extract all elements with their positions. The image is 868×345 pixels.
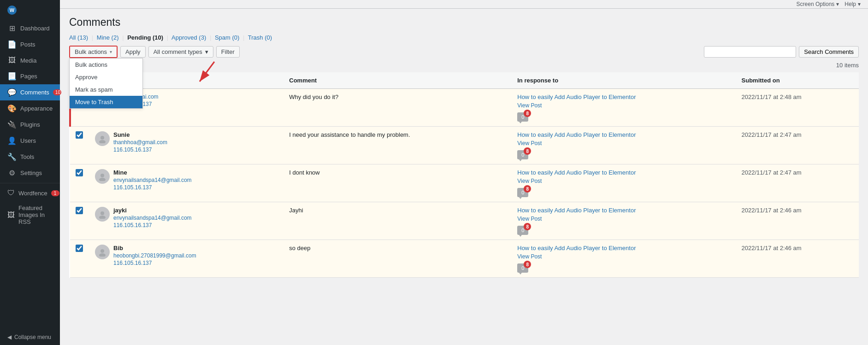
comments-table: Author Comment In response to Submitted …	[69, 72, 859, 278]
author-email[interactable]: thanhhoa@gmail.com	[113, 139, 167, 146]
sidebar-item-posts[interactable]: 📄 Posts	[0, 36, 60, 53]
view-post-link[interactable]: View Post	[517, 178, 730, 184]
bulk-actions-button[interactable]: Bulk actions ▾	[70, 47, 117, 57]
view-post-link[interactable]: View Post	[517, 140, 730, 146]
filter-mine[interactable]: Mine (2)	[97, 34, 119, 41]
bulk-option-move-to-trash[interactable]: Move to Trash	[70, 96, 142, 108]
comment-cell: so deep	[283, 240, 512, 278]
site-logo[interactable]: W	[0, 0, 60, 20]
response-cell: How to easily Add Audio Player to Elemen…	[512, 127, 736, 164]
author-email[interactable]: heobongbi.27081999@gmail.com	[113, 252, 196, 259]
author-ip[interactable]: 116.105.16.137	[113, 222, 192, 228]
filter-button[interactable]: Filter	[216, 46, 240, 58]
response-link[interactable]: How to easily Add Audio Player to Elemen…	[517, 94, 730, 100]
view-post-link[interactable]: View Post	[517, 253, 730, 260]
comment-text: I need your assistance to handle my prob…	[289, 131, 410, 138]
comment-bubble-icon: 0 8	[517, 150, 528, 159]
comments-icon: 💬	[7, 88, 17, 97]
row-checkbox[interactable]	[76, 245, 83, 252]
filter-all[interactable]: All (13)	[69, 34, 88, 41]
filter-approved[interactable]: Approved (3)	[171, 34, 206, 41]
bulk-option-approve[interactable]: Approve	[70, 71, 142, 83]
sidebar-item-media[interactable]: 🖼 Media	[0, 53, 60, 68]
main-content: Screen Options ▾ Help ▾ Comments All (13…	[60, 0, 868, 345]
author-ip[interactable]: 116.105.16.137	[113, 184, 192, 191]
wordfence-icon: 🛡	[7, 189, 15, 197]
response-link[interactable]: How to easily Add Audio Player to Elemen…	[517, 245, 730, 251]
sidebar-item-pages[interactable]: 📃 Pages	[0, 68, 60, 84]
help-button[interactable]: Help ▾	[844, 1, 861, 7]
filter-links: All (13) | Mine (2) | Pending (10) | App…	[69, 34, 859, 41]
sidebar-item-tools[interactable]: 🔧 Tools	[0, 149, 60, 165]
author-cell: Mine envynailsandspa14@gmail.com 116.105…	[89, 164, 283, 202]
bubble-badge: 8	[524, 110, 531, 117]
sidebar-item-settings[interactable]: ⚙ Settings	[0, 165, 60, 181]
response-cell: How to easily Add Audio Player to Elemen…	[512, 202, 736, 240]
sidebar-item-users[interactable]: 👤 Users	[0, 133, 60, 149]
screen-options-label: Screen Options	[797, 1, 835, 7]
bulk-option-bulk-actions[interactable]: Bulk actions	[70, 58, 142, 71]
row-checkbox-cell	[70, 202, 89, 240]
response-cell: How to easily Add Audio Player to Elemen…	[512, 89, 736, 127]
author-ip[interactable]: 116.105.16.137	[113, 260, 196, 266]
collapse-menu-button[interactable]: ◀ Collapse menu	[0, 329, 60, 345]
table-row: Bib heobongbi.27081999@gmail.com 116.105…	[70, 240, 859, 278]
row-checkbox[interactable]	[76, 131, 83, 139]
comment-text: I dont know	[289, 169, 320, 176]
sidebar-item-label: Wordfence	[18, 190, 47, 197]
avatar	[95, 207, 110, 222]
settings-icon: ⚙	[7, 169, 17, 177]
svg-point-11	[99, 253, 106, 257]
sidebar-item-label: Pages	[20, 73, 37, 80]
search-button[interactable]: Search Comments	[799, 46, 859, 58]
sidebar-item-label: Appearance	[20, 105, 53, 112]
bulk-actions-wrapper: Bulk actions ▾ Bulk actions Approve Mark…	[69, 46, 118, 58]
table-row: Sunie thanhhoa@gmail.com 116.105.16.137 …	[70, 127, 859, 164]
sidebar-item-plugins[interactable]: 🔌 Plugins	[0, 117, 60, 133]
comment-cell: I need your assistance to handle my prob…	[283, 127, 512, 164]
svg-point-8	[100, 211, 104, 215]
sidebar-item-comments[interactable]: 💬 Comments 10	[0, 84, 60, 100]
author-email[interactable]: envynailsandspa14@gmail.com	[113, 215, 192, 221]
comment-text: Why did you do it?	[289, 94, 338, 100]
search-input[interactable]	[704, 46, 796, 58]
svg-point-10	[100, 249, 104, 253]
items-count: 10 items	[69, 62, 859, 69]
bulk-actions-arrow-icon: ▾	[110, 49, 112, 54]
screen-options-arrow-icon: ▾	[836, 1, 839, 7]
comment-types-label: All comment types	[154, 48, 202, 55]
view-post-link[interactable]: View Post	[517, 102, 730, 109]
comment-bubble-icon: 0 8	[517, 263, 528, 273]
svg-point-5	[99, 140, 106, 143]
bulk-option-mark-as-spam[interactable]: Mark as spam	[70, 83, 142, 96]
sidebar-item-appearance[interactable]: 🎨 Appearance	[0, 100, 60, 117]
table-row: jayki envynailsandspa14@gmail.com 116.10…	[70, 202, 859, 240]
sidebar-divider	[0, 183, 60, 183]
sidebar-item-dashboard[interactable]: ⊞ Dashboard	[0, 20, 60, 36]
row-checkbox-cell	[70, 164, 89, 202]
author-email[interactable]: envynailsandspa14@gmail.com	[113, 177, 192, 183]
filter-pending[interactable]: Pending (10)	[127, 34, 163, 41]
filter-spam[interactable]: Spam (0)	[215, 34, 239, 41]
view-post-link[interactable]: View Post	[517, 216, 730, 222]
row-checkbox[interactable]	[76, 169, 83, 176]
author-cell: jayki envynailsandspa14@gmail.com 116.10…	[89, 202, 283, 240]
response-link[interactable]: How to easily Add Audio Player to Elemen…	[517, 169, 730, 176]
response-link[interactable]: How to easily Add Audio Player to Elemen…	[517, 131, 730, 138]
comment-cell: I dont know	[283, 164, 512, 202]
sidebar-item-label: Tools	[20, 153, 34, 160]
filter-trash[interactable]: Trash (0)	[248, 34, 272, 41]
sidebar-item-label: Users	[20, 137, 36, 144]
response-link[interactable]: How to easily Add Audio Player to Elemen…	[517, 207, 730, 214]
apply-button[interactable]: Apply	[120, 46, 146, 58]
bubble-badge: 8	[524, 261, 531, 268]
author-ip[interactable]: 116.105.16.137	[113, 146, 167, 153]
row-checkbox[interactable]	[76, 207, 83, 214]
comment-types-select[interactable]: All comment types ▾	[148, 46, 213, 58]
sidebar-item-wordfence[interactable]: 🛡 Wordfence 1	[0, 185, 60, 201]
sidebar-item-featured-images[interactable]: 🖼 Featured Images In RSS	[0, 201, 60, 229]
svg-point-7	[99, 178, 106, 181]
row-checkbox-cell	[70, 240, 89, 278]
screen-options-button[interactable]: Screen Options ▾	[797, 1, 839, 7]
in-response: How to easily Add Audio Player to Elemen…	[517, 245, 730, 273]
